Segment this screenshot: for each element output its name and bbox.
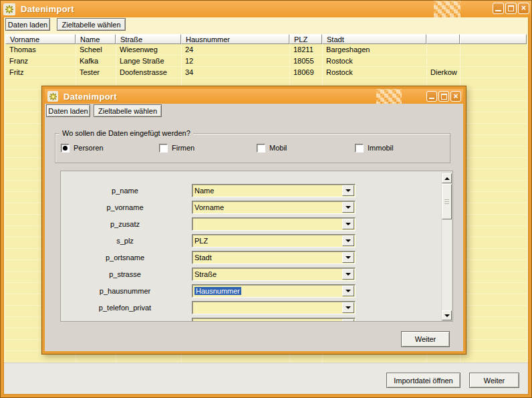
table-header-cell[interactable]: Hausnummer	[181, 34, 289, 44]
table-header-cell[interactable]: Vorname	[5, 34, 76, 44]
option-label: Mobil	[269, 144, 287, 152]
chevron-down-icon[interactable]	[342, 319, 354, 322]
mapping-field-label: p_hausnummer	[65, 284, 185, 298]
mapping-field-label: p_telefon_dienst	[65, 318, 185, 322]
main-window-titlebar[interactable]: Datenimport ×	[1, 1, 531, 17]
checkbox-icon[interactable]	[159, 144, 168, 153]
bottom-bar: Importdatei öffnen Weiter	[3, 363, 529, 395]
target-option[interactable]: Immobil	[355, 142, 394, 153]
open-import-file-button[interactable]: Importdatei öffnen	[386, 373, 460, 388]
radio-checked-icon[interactable]	[61, 144, 70, 153]
minimize-icon[interactable]	[426, 91, 437, 102]
close-icon[interactable]: ×	[450, 91, 461, 102]
mapping-combobox[interactable]	[192, 318, 356, 322]
mapping-panel: p_nameNamep_vornameVornamep_zusatzs_plzP…	[60, 171, 453, 322]
target-option[interactable]: Persoren	[61, 142, 104, 153]
table-header-cell[interactable]: Name	[76, 34, 116, 44]
table-header-cell[interactable]	[426, 34, 460, 44]
vertical-scrollbar[interactable]	[441, 173, 452, 321]
combobox-value[interactable]: Vorname	[192, 201, 342, 213]
table-cell: Doofenstrasse	[116, 67, 181, 78]
mapping-field-label: p_vorname	[65, 201, 185, 214]
load-data-button[interactable]: Daten laden	[46, 104, 90, 117]
option-label: Persoren	[74, 144, 104, 152]
next-button-dialog[interactable]: Weiter	[401, 331, 450, 347]
target-option[interactable]: Firmen	[159, 142, 194, 153]
combobox-value[interactable]: Hausnummer	[192, 285, 342, 297]
close-icon[interactable]: ×	[518, 3, 529, 14]
checkbox-icon[interactable]	[257, 144, 265, 153]
table-cell	[460, 44, 527, 56]
load-data-button[interactable]: Daten laden	[5, 18, 50, 31]
choose-target-table-button[interactable]: Zieltabelle wählen	[94, 104, 162, 117]
combobox-value[interactable]	[192, 302, 342, 314]
chevron-down-icon[interactable]	[342, 252, 354, 263]
combobox-value[interactable]	[192, 318, 342, 322]
option-label: Immobil	[368, 144, 394, 152]
table-row[interactable]: FritzTesterDoofenstrasse3418069RostockDi…	[5, 67, 527, 78]
mapping-combobox[interactable]: Hausnummer	[192, 284, 356, 298]
dialog-client: Daten laden Zieltabelle wählen Wo sollen…	[45, 104, 463, 351]
groupbox-label: Wo sollen die Daten eingefügt werden?	[59, 129, 193, 137]
mapping-row: p_nameName	[61, 184, 452, 197]
chevron-down-icon[interactable]	[342, 302, 354, 313]
dialog-titlebar[interactable]: Datenimport ×	[45, 89, 463, 104]
mapping-field-label: p_strasse	[65, 268, 185, 281]
maximize-icon[interactable]	[438, 91, 449, 102]
table-cell: 34	[181, 67, 289, 78]
chevron-down-icon[interactable]	[342, 202, 354, 213]
triangle-down-icon[interactable]	[442, 310, 452, 320]
target-option[interactable]: Mobil	[257, 142, 287, 153]
chevron-down-icon[interactable]	[342, 286, 354, 296]
combobox-text: Vorname	[194, 203, 224, 211]
combobox-text: Hausnummer	[194, 287, 241, 295]
mapping-combobox[interactable]	[192, 301, 356, 314]
table-header-cell[interactable]: PLZ	[289, 34, 322, 44]
table-cell: Lange Straße	[116, 56, 181, 67]
mapping-combobox[interactable]: Stadt	[192, 251, 356, 264]
mapping-field-label: p_name	[65, 184, 185, 197]
scrollbar-thumb[interactable]	[442, 184, 452, 219]
chevron-down-icon[interactable]	[342, 219, 354, 229]
screen: Datenimport × Daten laden Zieltabelle wä…	[0, 0, 532, 398]
choose-target-table-button[interactable]: Zieltabelle wählen	[57, 18, 126, 31]
maximize-icon[interactable]	[505, 3, 517, 14]
combobox-value[interactable]: Name	[192, 185, 342, 197]
table-cell: Rostock	[322, 56, 426, 67]
table-cell: Thomas	[5, 44, 76, 56]
table-row[interactable]: ThomasScheelWiesenweg2418211Bargeshagen	[5, 44, 527, 56]
checkbox-icon[interactable]	[355, 144, 364, 153]
table-header-cell[interactable]: Straße	[116, 34, 181, 44]
chevron-down-icon[interactable]	[342, 269, 354, 280]
mapping-row: p_zusatz	[61, 217, 452, 231]
mapping-field-label: p_ortsname	[65, 251, 185, 264]
table-cell: Kafka	[76, 56, 116, 67]
triangle-up-icon[interactable]	[442, 173, 452, 183]
combobox-value[interactable]: Straße	[192, 268, 342, 280]
mapping-row: p_hausnummerHausnummer	[61, 284, 452, 298]
table-cell	[426, 56, 460, 67]
table-header-cell[interactable]: Stadt	[322, 34, 426, 44]
table-cell: 24	[181, 44, 289, 56]
table-cell	[426, 44, 460, 56]
combobox-value[interactable]	[192, 218, 342, 230]
mapping-combobox[interactable]: Vorname	[192, 201, 356, 214]
mapping-combobox[interactable]: PLZ	[192, 234, 356, 247]
table-cell: Tester	[76, 67, 116, 78]
table-header: VornameNameStraßeHausnummerPLZStadt	[5, 34, 527, 44]
minimize-icon[interactable]	[493, 3, 504, 14]
chevron-down-icon[interactable]	[342, 235, 354, 246]
next-button-main[interactable]: Weiter	[469, 373, 519, 388]
mapping-row: s_plzPLZ	[61, 234, 452, 247]
table-cell: 12	[181, 56, 289, 67]
mapping-combobox[interactable]: Straße	[192, 268, 356, 281]
table-row[interactable]: FranzKafkaLange Straße1218055Rostock	[5, 56, 527, 67]
table-header-cell[interactable]	[460, 34, 527, 44]
combobox-value[interactable]: PLZ	[192, 235, 342, 247]
target-groupbox: Wo sollen die Daten eingefügt werden? Pe…	[55, 133, 450, 163]
chevron-down-icon[interactable]	[342, 185, 354, 196]
combobox-value[interactable]: Stadt	[192, 252, 342, 264]
mapping-field-label: p_zusatz	[65, 217, 185, 231]
mapping-combobox[interactable]	[192, 217, 356, 231]
mapping-combobox[interactable]: Name	[192, 184, 356, 197]
